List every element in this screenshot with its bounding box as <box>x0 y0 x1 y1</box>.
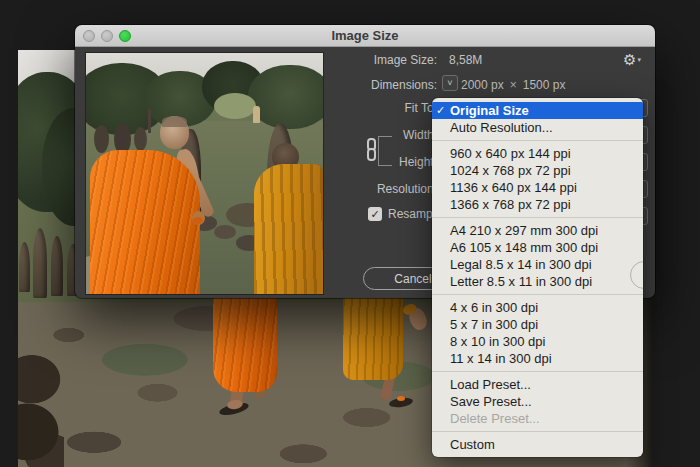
dialog-options-button[interactable]: ⚙▾ <box>623 51 649 69</box>
dimensions-unit-button[interactable]: ˅ <box>442 75 458 91</box>
preview-monk-hand <box>192 211 205 225</box>
photo-monk-right-lower <box>343 292 407 418</box>
dimensions-height-value: 1500 px <box>523 78 566 92</box>
link-dimensions-icon[interactable] <box>365 138 378 163</box>
checkmark-icon: ✓ <box>370 208 379 220</box>
menu-item-label: 1366 x 768 px 72 ppi <box>450 197 571 212</box>
menu-item[interactable]: A4 210 x 297 mm 300 dpi <box>432 222 643 239</box>
menu-item-label: 11 x 14 in 300 dpi <box>450 351 552 366</box>
menu-separator <box>432 431 643 432</box>
menu-item[interactable]: 1136 x 640 px 144 ppi <box>432 179 643 196</box>
chevron-down-icon: ˅ <box>447 78 452 88</box>
menu-item[interactable]: 1366 x 768 px 72 ppi <box>432 196 643 213</box>
preview-stone <box>134 127 147 151</box>
times-icon: × <box>510 78 517 92</box>
preview-wall-stone <box>214 225 236 239</box>
dialog-titlebar[interactable]: Image Size <box>75 25 655 47</box>
gear-icon: ⚙ <box>623 51 636 68</box>
image-size-value: 8,58M <box>449 52 482 68</box>
menu-item-label: 4 x 6 in 300 dpi <box>450 300 538 315</box>
menu-item[interactable]: Letter 8.5 x 11 in 300 dpi <box>432 273 643 290</box>
monk-robe <box>343 292 403 380</box>
menu-item-label: Delete Preset... <box>450 411 540 426</box>
menu-item[interactable]: 11 x 14 in 300 dpi <box>432 350 643 367</box>
dimensions-value: 2000 px×1500 px <box>461 77 565 93</box>
menu-item[interactable]: 1024 x 768 px 72 ppi <box>432 162 643 179</box>
menu-item: Delete Preset... <box>432 410 643 427</box>
photo-monk-left-lower <box>213 292 283 422</box>
fit-to-dropdown-menu: ✓Original SizeAuto Resolution...960 x 64… <box>432 98 643 457</box>
menu-item-label: 1024 x 768 px 72 ppi <box>450 163 571 178</box>
menu-item-label: Auto Resolution... <box>450 120 553 135</box>
resample-checkbox[interactable]: ✓ <box>368 207 382 221</box>
menu-item[interactable]: 8 x 10 in 300 dpi <box>432 333 643 350</box>
menu-item-label: A4 210 x 297 mm 300 dpi <box>450 223 598 238</box>
photo-standing-stone <box>33 228 47 298</box>
menu-item-label: 960 x 640 px 144 ppi <box>450 146 571 161</box>
image-size-label: Image Size: <box>287 52 437 68</box>
menu-item[interactable]: 5 x 7 in 300 dpi <box>432 316 643 333</box>
link-bracket <box>378 136 392 166</box>
menu-item[interactable]: Save Preset... <box>432 393 643 410</box>
menu-item-label: 5 x 7 in 300 dpi <box>450 317 538 332</box>
menu-item-label: 1136 x 640 px 144 ppi <box>450 180 577 195</box>
dimensions-width-value: 2000 px <box>461 78 504 92</box>
dimensions-label: Dimensions: <box>287 77 437 93</box>
menu-separator <box>432 140 643 141</box>
menu-item[interactable]: A6 105 x 148 mm 300 dpi <box>432 239 643 256</box>
preview-tree-trunk <box>148 109 151 133</box>
photo-standing-stone <box>51 236 63 296</box>
menu-item-label: 8 x 10 in 300 dpi <box>450 334 545 349</box>
menu-item-label: Letter 8.5 x 11 in 300 dpi <box>450 274 592 289</box>
menu-item-label: A6 105 x 148 mm 300 dpi <box>450 240 598 255</box>
menu-item-label: Original Size <box>450 103 529 118</box>
menu-separator <box>432 217 643 218</box>
resolution-label: Resolution: <box>287 181 437 197</box>
menu-item[interactable]: Auto Resolution... <box>432 119 643 136</box>
menu-item-label: Load Preset... <box>450 377 531 392</box>
preview-monk-head <box>160 116 189 149</box>
fit-to-label: Fit To: <box>287 100 437 116</box>
monk-robe <box>213 292 277 392</box>
photo-standing-stone <box>19 242 30 292</box>
checkmark-icon: ✓ <box>436 102 449 119</box>
preview-field-gap <box>214 93 256 119</box>
height-label: Height: <box>287 154 437 170</box>
menu-item[interactable]: Load Preset... <box>432 376 643 393</box>
monk-sandal-strap <box>397 396 405 401</box>
menu-item-label: Custom <box>450 437 495 452</box>
caret-down-icon: ▾ <box>637 56 641 63</box>
preview-stone <box>94 125 109 153</box>
menu-item[interactable]: Custom <box>432 436 643 453</box>
menu-item[interactable]: 4 x 6 in 300 dpi <box>432 299 643 316</box>
menu-item-label: Legal 8.5 x 14 in 300 dpi <box>450 257 592 272</box>
menu-separator <box>432 294 643 295</box>
width-label: Width: <box>287 127 437 143</box>
preview-monk-robe <box>90 150 200 294</box>
menu-item[interactable]: Legal 8.5 x 14 in 300 dpi <box>432 256 643 273</box>
menu-item[interactable]: 960 x 640 px 144 ppi <box>432 145 643 162</box>
dialog-title: Image Size <box>75 25 655 47</box>
menu-item-label: Save Preset... <box>450 394 532 409</box>
photo-rocks <box>18 350 64 467</box>
menu-separator <box>432 371 643 372</box>
preview-stupa <box>253 106 260 123</box>
menu-item[interactable]: ✓Original Size <box>432 102 643 119</box>
